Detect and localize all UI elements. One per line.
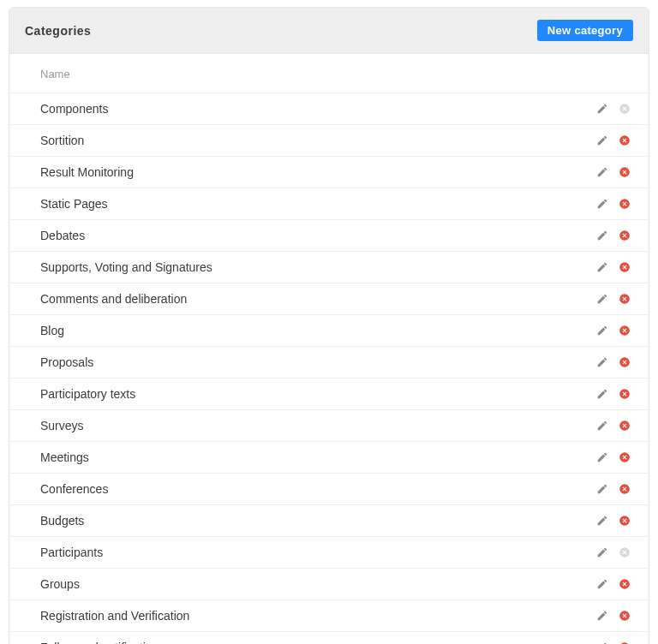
category-name: Static Pages xyxy=(9,188,580,220)
delete-icon[interactable] xyxy=(616,259,633,276)
pencil-icon[interactable] xyxy=(594,639,611,644)
row-actions xyxy=(580,632,649,645)
delete-icon[interactable] xyxy=(616,195,633,212)
category-name: Surveys xyxy=(9,410,580,442)
category-name: Sortition xyxy=(9,125,580,157)
category-name: Proposals xyxy=(9,347,580,379)
row-actions xyxy=(580,410,649,442)
pencil-icon[interactable] xyxy=(594,259,611,276)
category-name: Budgets xyxy=(9,505,580,537)
categories-table: Name ComponentsSortitionResult Monitorin… xyxy=(9,54,649,644)
row-actions xyxy=(580,220,649,252)
table-row: Blog xyxy=(9,315,649,347)
pencil-icon[interactable] xyxy=(594,544,611,561)
delete-icon[interactable] xyxy=(616,132,633,149)
pencil-icon[interactable] xyxy=(594,354,611,371)
pencil-icon[interactable] xyxy=(594,290,611,307)
table-row: Meetings xyxy=(9,442,649,474)
category-name: Debates xyxy=(9,220,580,252)
pencil-icon[interactable] xyxy=(594,385,611,402)
category-name: Conferences xyxy=(9,474,580,505)
table-row: Comments and deliberation xyxy=(9,283,649,315)
pencil-icon[interactable] xyxy=(594,512,611,529)
pencil-icon[interactable] xyxy=(594,100,611,117)
pencil-icon[interactable] xyxy=(594,575,611,593)
table-row: Registration and Verification xyxy=(9,600,649,632)
category-name: Registration and Verification xyxy=(9,600,580,632)
category-name: Result Monitoring xyxy=(9,157,580,188)
delete-icon[interactable] xyxy=(616,385,633,402)
new-category-button[interactable]: New category xyxy=(537,20,633,41)
row-actions xyxy=(580,505,649,537)
delete-icon[interactable] xyxy=(616,512,633,529)
row-actions xyxy=(580,283,649,315)
pencil-icon[interactable] xyxy=(594,227,611,244)
row-actions xyxy=(580,600,649,632)
table-row: Budgets xyxy=(9,505,649,537)
delete-icon[interactable] xyxy=(616,164,633,181)
table-row: Static Pages xyxy=(9,188,649,220)
row-actions xyxy=(580,252,649,283)
category-name: Groups xyxy=(9,569,580,600)
row-actions xyxy=(580,93,649,125)
row-actions xyxy=(580,442,649,474)
table-row: Proposals xyxy=(9,347,649,379)
delete-icon[interactable] xyxy=(616,480,633,498)
delete-icon xyxy=(616,544,633,561)
delete-icon[interactable] xyxy=(616,639,633,644)
pencil-icon[interactable] xyxy=(594,164,611,181)
table-row: Follow and notifications xyxy=(9,632,649,645)
panel-title: Categories xyxy=(25,24,91,38)
delete-icon[interactable] xyxy=(616,449,633,466)
table-row: Supports, Voting and Signatures xyxy=(9,252,649,283)
row-actions xyxy=(580,474,649,505)
column-header-actions xyxy=(580,54,649,93)
delete-icon[interactable] xyxy=(616,417,633,434)
category-name: Follow and notifications xyxy=(9,632,580,645)
delete-icon xyxy=(616,100,633,117)
table-row: Components xyxy=(9,93,649,125)
pencil-icon[interactable] xyxy=(594,607,611,624)
delete-icon[interactable] xyxy=(616,607,633,624)
column-header-name: Name xyxy=(9,54,580,93)
table-row: Conferences xyxy=(9,474,649,505)
row-actions xyxy=(580,569,649,600)
delete-icon[interactable] xyxy=(616,322,633,339)
category-name: Supports, Voting and Signatures xyxy=(9,252,580,283)
row-actions xyxy=(580,125,649,157)
pencil-icon[interactable] xyxy=(594,132,611,149)
pencil-icon[interactable] xyxy=(594,480,611,498)
category-name: Components xyxy=(9,93,580,125)
categories-panel: Categories New category Name ComponentsS… xyxy=(9,7,649,644)
table-row: Sortition xyxy=(9,125,649,157)
table-row: Surveys xyxy=(9,410,649,442)
delete-icon[interactable] xyxy=(616,227,633,244)
row-actions xyxy=(580,537,649,569)
pencil-icon[interactable] xyxy=(594,195,611,212)
row-actions xyxy=(580,315,649,347)
panel-header: Categories New category xyxy=(9,8,649,54)
category-name: Meetings xyxy=(9,442,580,474)
row-actions xyxy=(580,188,649,220)
pencil-icon[interactable] xyxy=(594,449,611,466)
delete-icon[interactable] xyxy=(616,354,633,371)
table-row: Debates xyxy=(9,220,649,252)
row-actions xyxy=(580,157,649,188)
delete-icon[interactable] xyxy=(616,575,633,593)
row-actions xyxy=(580,379,649,410)
category-name: Participants xyxy=(9,537,580,569)
pencil-icon[interactable] xyxy=(594,322,611,339)
pencil-icon[interactable] xyxy=(594,417,611,434)
table-row: Groups xyxy=(9,569,649,600)
row-actions xyxy=(580,347,649,379)
table-row: Result Monitoring xyxy=(9,157,649,188)
table-row: Participants xyxy=(9,537,649,569)
category-name: Comments and deliberation xyxy=(9,283,580,315)
delete-icon[interactable] xyxy=(616,290,633,307)
table-row: Participatory texts xyxy=(9,379,649,410)
category-name: Participatory texts xyxy=(9,379,580,410)
category-name: Blog xyxy=(9,315,580,347)
